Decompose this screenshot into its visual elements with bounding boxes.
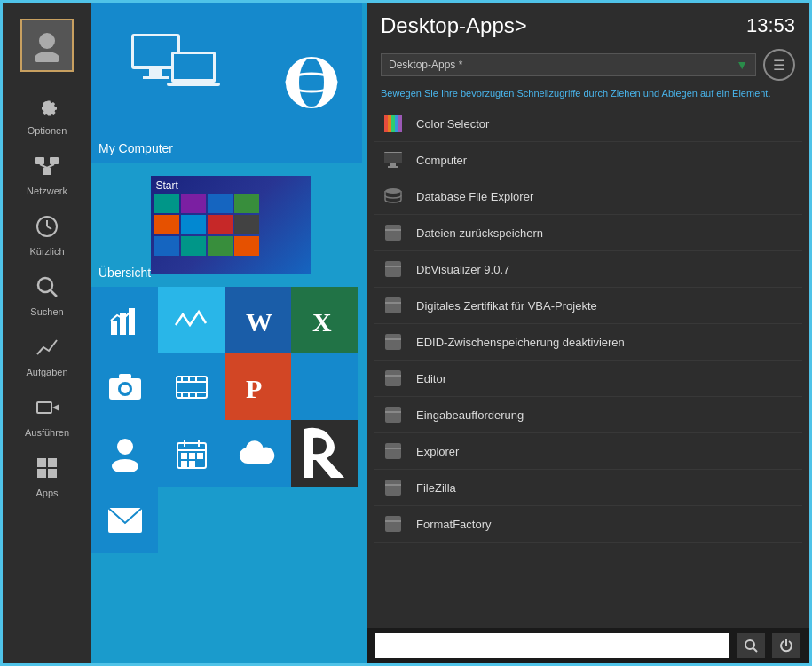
power-button[interactable] xyxy=(772,633,800,658)
tile-rlogo[interactable] xyxy=(291,420,358,487)
list-item[interactable]: Eingabeaufforderung xyxy=(374,397,802,433)
tile-wave[interactable] xyxy=(158,287,225,353)
tile-ie[interactable] xyxy=(260,3,362,163)
apps-icon xyxy=(31,452,63,484)
panel-time: 13:53 xyxy=(746,14,795,37)
tiles-grid: W X xyxy=(91,287,367,487)
tile-mail[interactable] xyxy=(91,487,158,553)
sidebar-item-avatar[interactable] xyxy=(3,12,91,83)
svg-rect-19 xyxy=(134,36,177,66)
svg-rect-3 xyxy=(50,157,59,164)
svg-rect-85 xyxy=(385,443,401,459)
app-name: Digitales Zertifikat für VBA-Projekte xyxy=(416,299,597,313)
bottom-bar xyxy=(367,628,809,663)
sidebar-item-netzwerk[interactable]: Netzwerk xyxy=(3,143,91,203)
svg-rect-71 xyxy=(388,166,398,168)
tile-person[interactable] xyxy=(91,420,158,487)
sidebar-item-kuerzlich[interactable]: Kürzlich xyxy=(3,203,91,264)
svg-rect-89 xyxy=(385,516,401,532)
list-item[interactable]: Database File Explorer xyxy=(374,178,802,215)
svg-rect-66 xyxy=(395,115,398,132)
svg-rect-12 xyxy=(37,402,51,413)
app-icon xyxy=(381,111,406,136)
tile-calendar[interactable] xyxy=(158,420,225,487)
tile-word[interactable]: W xyxy=(225,287,291,353)
tile-stats[interactable] xyxy=(91,287,158,353)
list-item[interactable]: Editor xyxy=(374,361,802,397)
app-name: Database File Explorer xyxy=(416,190,533,203)
svg-rect-75 xyxy=(385,261,401,277)
list-item[interactable]: Dateien zurückspeichern xyxy=(374,215,802,251)
svg-rect-20 xyxy=(149,69,162,76)
svg-line-11 xyxy=(51,290,57,297)
svg-rect-69 xyxy=(384,153,402,163)
svg-rect-65 xyxy=(391,115,395,132)
search-input[interactable] xyxy=(375,633,729,658)
tiles-area: My Computer Start xyxy=(91,3,367,663)
list-item[interactable]: Explorer xyxy=(374,433,802,470)
menu-button[interactable]: ☰ xyxy=(763,49,795,81)
app-name: FormatFactory xyxy=(416,518,492,531)
svg-rect-17 xyxy=(48,469,57,478)
app-name: Editor xyxy=(416,372,446,385)
tile-powerpoint[interactable]: P xyxy=(225,353,291,420)
sidebar-item-apps[interactable]: Apps xyxy=(3,445,91,505)
avatar xyxy=(20,19,74,72)
sidebar-item-aufgaben[interactable]: Aufgaben xyxy=(3,324,91,385)
svg-line-92 xyxy=(753,648,757,652)
search-button[interactable] xyxy=(737,633,765,658)
chart-icon xyxy=(31,331,63,363)
tile-row-bottom xyxy=(91,487,367,553)
overview-screenshot: Start xyxy=(151,176,311,274)
svg-rect-23 xyxy=(174,54,213,79)
tile-cloud[interactable] xyxy=(225,420,291,487)
sidebar-item-suchen[interactable]: Suchen xyxy=(3,264,91,324)
list-item[interactable]: Color Selector xyxy=(374,106,802,142)
tile-blank[interactable] xyxy=(291,353,358,420)
sidebar-item-ausfuehren[interactable]: Ausführen xyxy=(3,385,91,445)
sidebar-label-netzwerk: Netzwerk xyxy=(27,186,67,196)
tile-mycomputer[interactable]: My Computer xyxy=(91,3,260,163)
svg-rect-58 xyxy=(190,454,194,458)
app-icon xyxy=(381,184,406,209)
svg-point-38 xyxy=(121,385,130,393)
svg-rect-29 xyxy=(111,321,117,335)
svg-rect-64 xyxy=(388,115,391,132)
svg-rect-67 xyxy=(398,115,402,132)
svg-point-51 xyxy=(117,439,133,455)
tile-camera[interactable] xyxy=(91,353,158,420)
tile-mycomputer-label: My Computer xyxy=(99,141,173,155)
sidebar-item-optionen[interactable]: Optionen xyxy=(3,83,91,143)
tile-excel[interactable]: X xyxy=(291,287,358,353)
list-item[interactable]: EDID-Zwischenspeicherung deaktivieren xyxy=(374,324,802,361)
list-item[interactable]: FileZilla xyxy=(374,470,802,506)
sidebar-label-kuerzlich: Kürzlich xyxy=(29,246,64,257)
svg-rect-77 xyxy=(385,297,401,313)
svg-text:X: X xyxy=(312,307,332,337)
svg-rect-16 xyxy=(37,469,46,478)
tile-row-top: My Computer xyxy=(91,3,367,163)
svg-point-1 xyxy=(35,52,59,62)
sidebar-label-apps: Apps xyxy=(35,488,58,498)
svg-point-26 xyxy=(299,58,324,107)
app-name: Dateien zurückspeichern xyxy=(416,226,543,240)
tile-overview[interactable]: Start Übersicht xyxy=(91,163,362,287)
list-item[interactable]: DbVisualizer 9.0.7 xyxy=(374,251,802,288)
list-item[interactable]: FormatFactory xyxy=(374,506,802,543)
right-panel: Desktop-Apps> 13:53 Desktop-Apps * ▼ ☰ B… xyxy=(367,3,809,663)
tile-film[interactable] xyxy=(158,353,225,420)
sidebar: Optionen Netzwerk xyxy=(3,3,91,663)
app-icon xyxy=(381,257,406,281)
apps-list: Color SelectorComputerDatabase File Expl… xyxy=(367,106,809,628)
svg-point-0 xyxy=(39,33,55,49)
list-item[interactable]: Digitales Zertifikat für VBA-Projekte xyxy=(374,288,802,324)
app-name: FileZilla xyxy=(416,481,456,495)
svg-rect-39 xyxy=(119,374,131,379)
app-icon xyxy=(381,402,406,427)
svg-line-6 xyxy=(47,164,54,168)
apps-dropdown[interactable]: Desktop-Apps * ▼ xyxy=(381,53,756,76)
list-item[interactable]: Computer xyxy=(374,142,802,178)
app-name: Explorer xyxy=(416,445,459,458)
svg-point-91 xyxy=(745,640,754,649)
network-icon xyxy=(31,150,63,182)
